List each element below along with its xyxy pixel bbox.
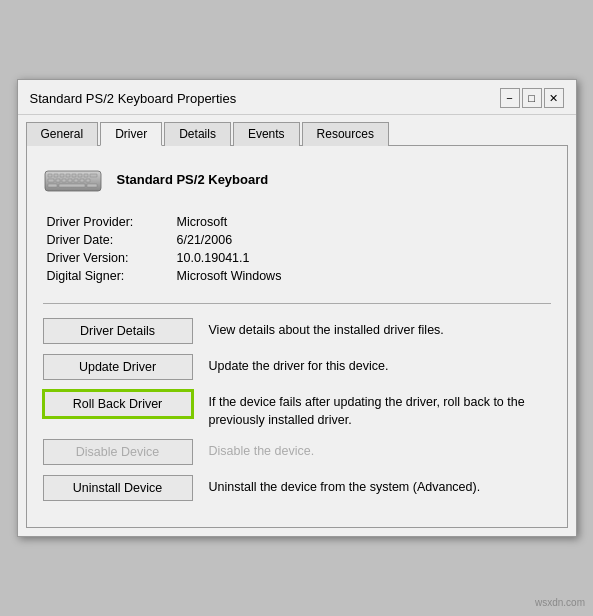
close-button[interactable]: ✕ (544, 88, 564, 108)
info-value-signer: Microsoft Windows (177, 269, 282, 283)
svg-rect-16 (48, 184, 57, 187)
driver-details-button[interactable]: Driver Details (43, 318, 193, 344)
disable-device-description: Disable the device. (209, 439, 551, 461)
device-icon (43, 162, 103, 197)
svg-rect-13 (74, 179, 78, 182)
info-label-provider: Driver Provider: (47, 215, 177, 229)
info-value-provider: Microsoft (177, 215, 228, 229)
update-driver-button[interactable]: Update Driver (43, 354, 193, 380)
svg-rect-1 (48, 174, 52, 177)
info-label-signer: Digital Signer: (47, 269, 177, 283)
roll-back-description: If the device fails after updating the d… (209, 390, 551, 429)
info-label-date: Driver Date: (47, 233, 177, 247)
info-label-version: Driver Version: (47, 251, 177, 265)
action-row-driver-details: Driver Details View details about the in… (43, 318, 551, 344)
svg-rect-7 (84, 174, 88, 177)
action-row-uninstall-device: Uninstall Device Uninstall the device fr… (43, 475, 551, 501)
svg-rect-11 (62, 179, 66, 182)
svg-rect-18 (87, 184, 97, 187)
dialog-window: Standard PS/2 Keyboard Properties − □ ✕ … (17, 79, 577, 537)
svg-rect-17 (59, 184, 85, 187)
title-bar: Standard PS/2 Keyboard Properties − □ ✕ (18, 80, 576, 115)
window-title: Standard PS/2 Keyboard Properties (30, 91, 237, 106)
info-row-provider: Driver Provider: Microsoft (47, 215, 551, 229)
disable-device-button[interactable]: Disable Device (43, 439, 193, 465)
keyboard-icon-svg (44, 165, 102, 195)
tab-details[interactable]: Details (164, 122, 231, 146)
update-driver-description: Update the driver for this device. (209, 354, 551, 376)
action-row-roll-back: Roll Back Driver If the device fails aft… (43, 390, 551, 429)
maximize-button[interactable]: □ (522, 88, 542, 108)
svg-rect-14 (80, 179, 84, 182)
info-value-version: 10.0.19041.1 (177, 251, 250, 265)
info-row-signer: Digital Signer: Microsoft Windows (47, 269, 551, 283)
svg-rect-4 (66, 174, 70, 177)
svg-rect-6 (78, 174, 82, 177)
section-divider (43, 303, 551, 304)
info-row-date: Driver Date: 6/21/2006 (47, 233, 551, 247)
svg-rect-12 (68, 179, 72, 182)
uninstall-device-button[interactable]: Uninstall Device (43, 475, 193, 501)
svg-rect-5 (72, 174, 76, 177)
roll-back-driver-button[interactable]: Roll Back Driver (43, 390, 193, 418)
device-name: Standard PS/2 Keyboard (117, 172, 269, 187)
info-row-version: Driver Version: 10.0.19041.1 (47, 251, 551, 265)
title-controls: − □ ✕ (500, 88, 564, 108)
driver-details-description: View details about the installed driver … (209, 318, 551, 340)
tab-general[interactable]: General (26, 122, 99, 146)
driver-info-table: Driver Provider: Microsoft Driver Date: … (47, 215, 551, 283)
tab-resources[interactable]: Resources (302, 122, 389, 146)
tab-driver[interactable]: Driver (100, 122, 162, 146)
uninstall-device-description: Uninstall the device from the system (Ad… (209, 475, 551, 497)
action-row-disable-device: Disable Device Disable the device. (43, 439, 551, 465)
svg-rect-15 (86, 179, 90, 182)
svg-rect-9 (48, 179, 54, 182)
svg-rect-3 (60, 174, 64, 177)
device-header: Standard PS/2 Keyboard (43, 162, 551, 197)
svg-rect-2 (54, 174, 58, 177)
action-row-update-driver: Update Driver Update the driver for this… (43, 354, 551, 380)
watermark: wsxdn.com (535, 597, 585, 608)
svg-rect-8 (90, 174, 97, 177)
minimize-button[interactable]: − (500, 88, 520, 108)
info-value-date: 6/21/2006 (177, 233, 233, 247)
svg-rect-10 (56, 179, 60, 182)
tab-events[interactable]: Events (233, 122, 300, 146)
tabs-bar: General Driver Details Events Resources (18, 115, 576, 145)
content-area: Standard PS/2 Keyboard Driver Provider: … (26, 145, 568, 528)
